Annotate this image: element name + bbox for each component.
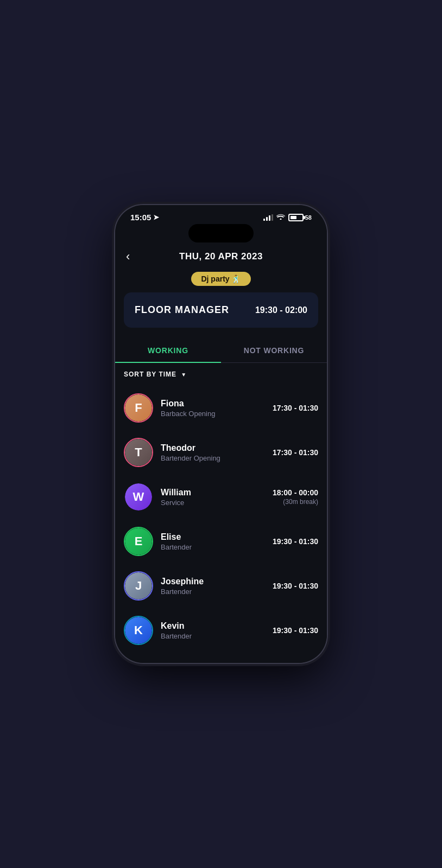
dynamic-island [188, 224, 254, 242]
staff-name: Kevin [161, 621, 265, 631]
avatar-image: T [125, 439, 152, 466]
staff-role: Bartender Opening [161, 454, 265, 462]
event-badge-label: Dj party 🕺 [201, 275, 241, 283]
tab-not-working[interactable]: NOT WORKING [221, 339, 327, 362]
list-item[interactable]: TTheodorBartender Opening17:30 - 01:30 [115, 430, 327, 475]
role-card[interactable]: FLOOR MANAGER 19:30 - 02:00 [124, 292, 318, 328]
staff-time: 19:30 - 01:30 [273, 537, 318, 546]
list-item[interactable]: JJosephineBartender19:30 - 01:30 [115, 564, 327, 608]
sort-bar[interactable]: SORT BY TIME ▼ [115, 363, 327, 381]
staff-role: Bartender [161, 588, 265, 596]
staff-time: 18:00 - 00:00 [273, 488, 318, 497]
event-badge[interactable]: Dj party 🕺 [191, 272, 250, 286]
avatar-image: J [125, 572, 152, 599]
phone-shell: 15:05 ➤ [115, 205, 327, 663]
avatar: W [124, 482, 153, 512]
battery-indicator: 58 [288, 214, 312, 221]
event-badge-container: Dj party 🕺 [115, 266, 327, 292]
avatar: F [124, 393, 153, 423]
battery-level: 58 [305, 214, 312, 221]
signal-icon [263, 214, 273, 221]
screen: 15:05 ➤ [115, 205, 327, 663]
status-time: 15:05 ➤ [130, 213, 159, 222]
avatar-image: E [125, 528, 152, 555]
role-name: FLOOR MANAGER [135, 304, 229, 316]
location-icon: ➤ [153, 213, 159, 221]
avatar-image: W [125, 483, 152, 510]
back-button[interactable]: ‹ [126, 250, 130, 264]
list-item[interactable]: EEliseBartender19:30 - 01:30 [115, 519, 327, 564]
avatar: T [124, 438, 153, 467]
list-item[interactable]: WWilliamService18:00 - 00:00(30m break) [115, 475, 327, 519]
avatar: J [124, 571, 153, 601]
sort-dropdown-icon[interactable]: ▼ [181, 372, 186, 378]
staff-name: Elise [161, 532, 265, 542]
staff-role: Barback Opening [161, 410, 265, 418]
wifi-icon [276, 213, 285, 221]
staff-name: Theodor [161, 443, 265, 453]
staff-name: Fiona [161, 399, 265, 409]
staff-role: Service [161, 499, 265, 507]
tab-working[interactable]: WORKING [115, 339, 221, 362]
staff-name: Josephine [161, 577, 265, 586]
role-time: 19:30 - 02:00 [255, 305, 307, 315]
tabs-container: WORKING NOT WORKING [115, 339, 327, 363]
staff-list: FFionaBarback Opening17:30 - 01:30TTheod… [115, 381, 327, 663]
staff-time: 17:30 - 01:30 [273, 448, 318, 457]
avatar: E [124, 527, 153, 556]
status-bar: 15:05 ➤ [115, 205, 327, 226]
list-item[interactable]: KKevinBartender19:30 - 01:30 [115, 608, 327, 653]
status-icons: 58 [263, 213, 312, 221]
staff-time: 17:30 - 01:30 [273, 404, 318, 412]
page-title: THU, 20 APR 2023 [179, 251, 263, 262]
staff-time: 19:30 - 01:30 [273, 626, 318, 635]
time-display: 15:05 [130, 213, 151, 222]
avatar-image: K [125, 617, 152, 644]
staff-name: William [161, 488, 265, 497]
staff-time: 19:30 - 01:30 [273, 582, 318, 590]
avatar-image: F [125, 394, 152, 422]
staff-role: Bartender [161, 543, 265, 551]
sort-label: SORT BY TIME [124, 371, 176, 378]
header: ‹ THU, 20 APR 2023 [115, 242, 327, 266]
staff-role: Bartender [161, 632, 265, 640]
avatar: K [124, 616, 153, 645]
staff-break: (30m break) [273, 498, 318, 506]
list-item[interactable]: FFionaBarback Opening17:30 - 01:30 [115, 386, 327, 430]
